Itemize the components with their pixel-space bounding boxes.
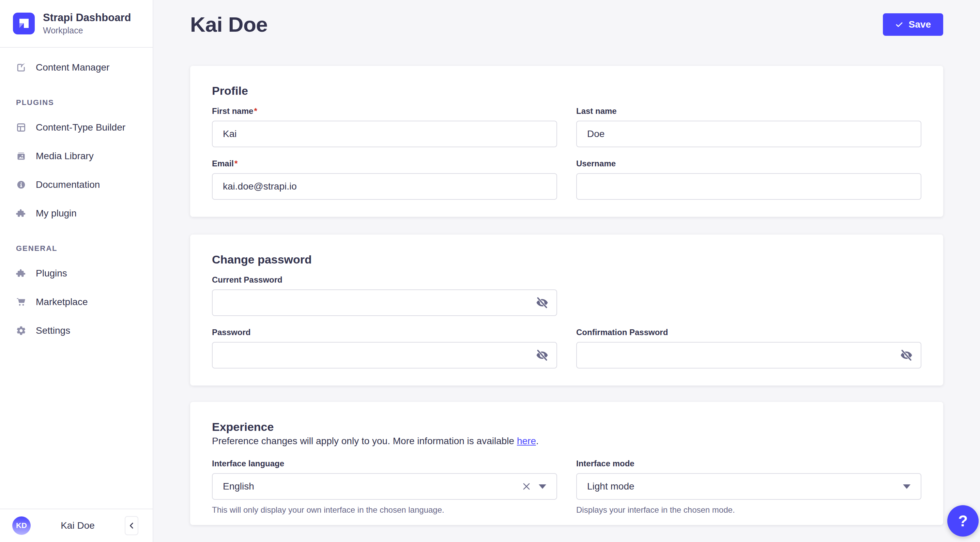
username-input[interactable] (576, 173, 921, 200)
username-label: Username (576, 159, 921, 168)
interface-mode-field-group: Interface mode Light mode Displays your … (576, 459, 921, 515)
first-name-label: First name* (212, 106, 557, 116)
interface-mode-label: Interface mode (576, 459, 921, 469)
experience-description: Preference changes will apply only to yo… (212, 436, 921, 446)
sidebar-section-plugins: PLUGINS (16, 98, 145, 107)
sidebar-menu: Content Manager PLUGINS Content-Type Bui… (0, 48, 153, 344)
sidebar-item-content-type-builder[interactable]: Content-Type Builder (8, 115, 145, 140)
content-manager-icon (16, 62, 26, 73)
last-name-input[interactable] (576, 121, 921, 147)
eye-off-icon (900, 348, 913, 362)
page-title: Kai Doe (190, 12, 267, 37)
interface-mode-select[interactable]: Light mode (576, 473, 921, 500)
eye-off-icon (535, 296, 549, 309)
new-password-field-group: Password (212, 328, 557, 368)
new-password-label: Password (212, 328, 557, 337)
experience-more-info-link[interactable]: here (517, 436, 536, 446)
current-password-input[interactable] (212, 289, 557, 316)
sidebar-item-label: Content Manager (36, 62, 110, 73)
toggle-new-password-visibility-button[interactable] (533, 346, 552, 365)
confirm-password-input[interactable] (576, 342, 921, 368)
sidebar-item-plugins[interactable]: Plugins (8, 260, 145, 286)
sidebar-item-label: My plugin (36, 208, 77, 219)
new-password-input[interactable] (212, 342, 557, 368)
sidebar-item-label: Marketplace (36, 297, 88, 308)
eye-off-icon (535, 348, 549, 362)
gear-icon (16, 325, 26, 336)
page-header: Kai Doe Save (153, 0, 980, 37)
interface-language-value: English (223, 481, 520, 492)
interface-mode-hint: Displays your interface in the chosen mo… (576, 505, 921, 515)
sidebar-item-label: Content-Type Builder (36, 122, 126, 133)
clear-x-icon (521, 481, 531, 491)
help-button[interactable]: ? (947, 505, 978, 537)
profile-card: Profile First name* Last name Email* Use… (190, 66, 943, 217)
media-library-icon (16, 151, 26, 161)
save-button[interactable]: Save (883, 13, 943, 36)
workspace-titles: Strapi Dashboard Workplace (43, 11, 131, 35)
workspace-name: Workplace (43, 26, 131, 35)
sidebar-item-my-plugin[interactable]: My plugin (8, 201, 145, 226)
interface-language-field-group: Interface language English This will onl… (212, 459, 557, 515)
username-field-group: Username (576, 159, 921, 200)
sidebar-item-media-library[interactable]: Media Library (8, 143, 145, 169)
email-label: Email* (212, 159, 557, 168)
documentation-icon (16, 180, 26, 190)
experience-card: Experience Preference changes will apply… (190, 402, 943, 525)
sidebar-item-label: Media Library (36, 151, 94, 162)
clear-language-button[interactable] (520, 480, 533, 493)
sidebar-item-label: Documentation (36, 179, 100, 190)
avatar[interactable]: KD (12, 516, 31, 535)
current-password-label: Current Password (212, 275, 557, 285)
puzzle-icon (16, 268, 26, 279)
change-password-heading: Change password (212, 253, 921, 266)
check-icon (895, 21, 903, 29)
footer-user-name: Kai Doe (31, 520, 125, 531)
current-password-field-group: Current Password (212, 275, 557, 316)
toggle-current-password-visibility-button[interactable] (533, 293, 552, 312)
app-title: Strapi Dashboard (43, 11, 131, 24)
toggle-confirm-password-visibility-button[interactable] (897, 346, 916, 365)
sidebar-collapse-button[interactable] (125, 516, 138, 535)
experience-heading: Experience (212, 420, 921, 434)
interface-mode-value: Light mode (587, 481, 903, 492)
last-name-field-group: Last name (576, 106, 921, 147)
required-marker: * (234, 159, 237, 168)
main-content: Kai Doe Save Profile First name* Last na… (153, 0, 980, 542)
chevron-left-icon (129, 522, 135, 529)
strapi-logo (13, 13, 35, 34)
confirm-password-field-group: Confirmation Password (576, 328, 921, 368)
interface-language-select[interactable]: English (212, 473, 557, 500)
first-name-field-group: First name* (212, 106, 557, 147)
sidebar-item-label: Settings (36, 325, 70, 336)
email-field-group: Email* (212, 159, 557, 200)
required-marker: * (254, 106, 257, 116)
sidebar-item-content-manager[interactable]: Content Manager (8, 54, 145, 80)
sidebar-item-settings[interactable]: Settings (8, 318, 145, 344)
chevron-down-icon (903, 485, 910, 489)
interface-language-label: Interface language (212, 459, 557, 469)
save-button-label: Save (909, 19, 931, 30)
sidebar-section-general: GENERAL (16, 244, 145, 253)
email-input[interactable] (212, 173, 557, 200)
sidebar-footer: KD Kai Doe (0, 509, 153, 542)
confirm-password-label: Confirmation Password (576, 328, 921, 337)
profile-heading: Profile (212, 84, 921, 97)
cart-icon (16, 297, 26, 307)
sidebar: Strapi Dashboard Workplace Content Manag… (0, 0, 153, 542)
sidebar-item-label: Plugins (36, 268, 67, 279)
last-name-label: Last name (576, 106, 921, 116)
sidebar-item-documentation[interactable]: Documentation (8, 172, 145, 198)
sidebar-item-marketplace[interactable]: Marketplace (8, 289, 145, 315)
interface-language-hint: This will only display your own interfac… (212, 505, 557, 515)
content-type-builder-icon (16, 123, 26, 132)
puzzle-icon (16, 208, 26, 218)
workspace-header[interactable]: Strapi Dashboard Workplace (0, 0, 153, 48)
chevron-down-icon (539, 485, 546, 489)
change-password-card: Change password Current Password (190, 234, 943, 386)
first-name-input[interactable] (212, 121, 557, 147)
content-area: Profile First name* Last name Email* Use… (153, 66, 980, 525)
strapi-logo-icon (13, 13, 35, 34)
